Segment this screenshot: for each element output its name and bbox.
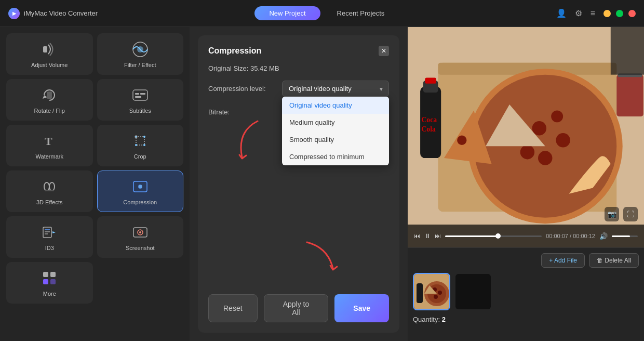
compression-level-label: Compression level: (208, 85, 276, 93)
sidebar-item-more[interactable]: More (6, 262, 93, 304)
svg-rect-21 (139, 185, 142, 188)
reset-button[interactable]: Reset (208, 294, 258, 322)
svg-point-57 (438, 291, 442, 295)
svg-point-39 (556, 133, 570, 148)
subtitles-label: Subtitles (129, 108, 151, 114)
quantity-text: Quantity: 2 (413, 316, 639, 323)
screenshot-label: Screenshot (126, 245, 155, 251)
compression-label: Compression (123, 199, 157, 205)
sidebar-item-compression[interactable]: Compression (97, 170, 184, 212)
svg-text:T: T (45, 135, 52, 148)
window-controls: – ⬜ × (603, 10, 636, 17)
dialog-title: Compression (208, 46, 261, 56)
minimize-button[interactable]: – (603, 10, 611, 17)
sidebar-item-crop[interactable]: Crop (97, 125, 184, 166)
original-size-row: Original Size: 35.42 MB (208, 64, 389, 72)
screenshot-icon (131, 223, 150, 242)
svg-rect-30 (50, 272, 56, 277)
progress-fill (445, 235, 498, 237)
new-project-tab[interactable]: New Project (254, 6, 320, 20)
titlebar-left: ▶ iMyMac Video Converter (8, 8, 98, 19)
time-display: 00:00:07 / 00:00:12 (546, 233, 595, 239)
main-content: Adjust Volume Filter / Effect Rotate (0, 27, 644, 341)
sidebar-item-subtitles[interactable]: Subtitles (97, 79, 184, 121)
svg-rect-9 (136, 137, 144, 145)
skip-back-button[interactable]: ⏮ (414, 232, 420, 240)
titlebar-right: 👤 ⚙ ≡ – ⬜ × (556, 8, 636, 18)
sidebar-item-screenshot[interactable]: Screenshot (97, 216, 184, 258)
rotate-flip-label: Rotate / Flip (34, 108, 65, 114)
svg-point-15 (44, 182, 49, 191)
svg-rect-50 (616, 75, 643, 116)
svg-rect-4 (133, 90, 147, 100)
volume-icon[interactable]: 🔊 (599, 232, 608, 240)
crop-icon (131, 132, 150, 150)
dialog-header: Compression ✕ (208, 46, 389, 56)
svg-rect-31 (43, 279, 48, 284)
close-button[interactable]: × (628, 10, 636, 17)
screenshot-overlay-button[interactable]: 📷 (605, 207, 619, 221)
svg-rect-59 (417, 283, 423, 303)
center-area: Compression ✕ Original Size: 35.42 MB Co… (190, 27, 408, 341)
svg-point-40 (538, 151, 553, 165)
id3-icon (40, 223, 59, 242)
sidebar-item-rotate-flip[interactable]: Rotate / Flip (6, 79, 93, 121)
sidebar-item-watermark[interactable]: T Watermark (6, 125, 93, 166)
skip-forward-button[interactable]: ⏭ (435, 232, 441, 240)
thumb-pizza-image (414, 274, 449, 309)
dialog-close-button[interactable]: ✕ (379, 46, 389, 56)
sidebar-item-id3[interactable]: ID3 (6, 216, 93, 258)
svg-rect-17 (45, 190, 54, 191)
add-file-button[interactable]: + Add File (541, 253, 585, 268)
settings-icon[interactable]: ⚙ (575, 8, 582, 18)
app-title: iMyMac Video Converter (24, 9, 98, 17)
svg-rect-32 (50, 279, 56, 284)
more-icon (40, 269, 59, 287)
menu-icon[interactable]: ≡ (591, 9, 595, 18)
user-icon[interactable]: 👤 (556, 8, 567, 18)
svg-point-41 (520, 145, 535, 160)
maximize-button[interactable]: ⬜ (616, 10, 623, 17)
recent-projects-tab[interactable]: Recent Projects (323, 6, 399, 20)
file-thumbnails (413, 273, 639, 310)
thumbnail-1[interactable] (413, 273, 450, 310)
right-panel: Coca Cola 📷 ⛶ ⏮ ⏸ ⏭ (408, 27, 644, 341)
svg-point-44 (457, 136, 466, 145)
progress-bar[interactable] (445, 235, 542, 237)
compression-icon (131, 177, 150, 196)
fullscreen-overlay-button[interactable]: ⛶ (623, 207, 638, 221)
sidebar-item-adjust-volume[interactable]: Adjust Volume (6, 33, 93, 75)
id3-label: ID3 (45, 245, 54, 251)
more-label: More (43, 291, 56, 297)
watermark-label: Watermark (36, 153, 63, 160)
compression-level-select[interactable]: Original video quality Medium quality Sm… (282, 81, 389, 97)
sidebar-item-3d-effects[interactable]: 3D Effects (6, 170, 93, 212)
filter-effect-icon (131, 40, 150, 59)
svg-point-2 (137, 46, 143, 53)
svg-text:Coca: Coca (421, 116, 437, 124)
save-button[interactable]: Save (334, 294, 389, 322)
play-pause-button[interactable]: ⏸ (424, 232, 431, 240)
svg-rect-52 (611, 27, 644, 75)
thumbnail-2[interactable] (454, 273, 492, 310)
svg-point-16 (49, 182, 55, 191)
dropdown-medium[interactable]: Medium quality (282, 114, 389, 131)
dropdown-smooth[interactable]: Smooth quality (282, 131, 389, 148)
delete-all-button[interactable]: 🗑 Delete All (589, 253, 639, 268)
compression-level-select-wrapper: Original video quality Medium quality Sm… (282, 81, 389, 97)
3d-effects-icon (40, 177, 59, 196)
volume-bar[interactable] (612, 235, 638, 237)
dropdown-original[interactable]: Original video quality (282, 97, 389, 114)
sidebar-item-filter-effect[interactable]: Filter / Effect (97, 33, 184, 75)
subtitles-icon (131, 86, 150, 104)
sidebar: Adjust Volume Filter / Effect Rotate (0, 27, 190, 341)
svg-point-28 (139, 231, 141, 233)
svg-rect-3 (47, 91, 52, 99)
svg-point-38 (532, 121, 547, 136)
svg-point-37 (474, 75, 616, 218)
apply-to-all-button[interactable]: Apply to All (264, 294, 329, 322)
3d-effects-label: 3D Effects (36, 199, 63, 205)
dropdown-minimum[interactable]: Compressed to minimum (282, 148, 389, 165)
preview-overlay-icons: 📷 ⛶ (605, 207, 638, 221)
svg-point-13 (143, 144, 145, 146)
